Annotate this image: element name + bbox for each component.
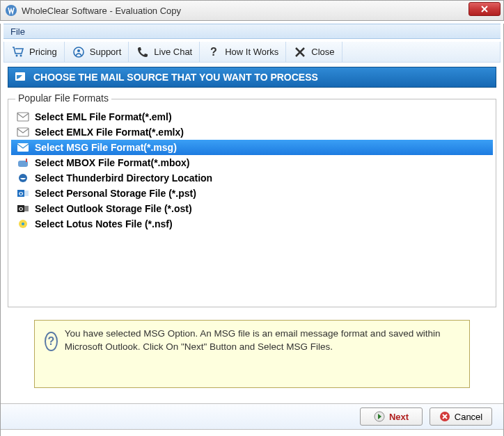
toolbar-support-button[interactable]: Support [65, 42, 129, 62]
toolbar: Pricing Support Live Chat ? How It Works… [3, 42, 501, 63]
format-row-emlx[interactable]: Select EMLX File Format(*.emlx) [11, 124, 493, 140]
format-label: Select Lotus Notes File (*.nsf) [35, 218, 173, 229]
menubar: File [3, 24, 501, 39]
outlook-dark-icon: O [17, 203, 29, 214]
toolbar-livechat-button[interactable]: Live Chat [129, 42, 200, 62]
format-row-pst[interactable]: O Select Personal Storage File (*.pst) [11, 186, 493, 201]
close-icon [293, 45, 307, 59]
thunderbird-icon [17, 172, 29, 184]
window-body: File Pricing Support Live Chat ? How It [0, 24, 504, 436]
toolbar-label: Pricing [29, 47, 57, 57]
button-label: Cancel [455, 412, 482, 422]
toolbar-label: Close [311, 47, 334, 57]
format-row-ost[interactable]: O Select Outlook Storage File (*.ost) [11, 201, 493, 216]
mail-icon [14, 71, 26, 83]
format-label: Select MSG File Format(*.msg) [35, 142, 177, 153]
headset-icon [72, 45, 86, 59]
toolbar-close-button[interactable]: Close [286, 42, 342, 62]
section-banner: CHOOSE THE MAIL SOURCE THAT YOU WANT TO … [8, 67, 496, 88]
group-legend: Popular File Formats [15, 92, 111, 104]
envelope-icon [17, 111, 29, 122]
format-row-mbox[interactable]: Select MBOX File Format(*.mbox) [11, 155, 493, 170]
footer-bar: Next Cancel [1, 403, 503, 430]
format-row-msg[interactable]: Select MSG File Format(*.msg) [11, 140, 493, 155]
phone-icon [136, 45, 150, 59]
svg-rect-11 [26, 159, 27, 162]
next-button[interactable]: Next [360, 407, 423, 426]
envelope-icon [17, 127, 29, 138]
window-titlebar: WholeClear Software - Evaluation Copy [0, 0, 504, 21]
format-row-eml[interactable]: Select EML File Format(*.eml) [11, 109, 493, 124]
format-row-thunderbird[interactable]: Select Thunderbird Directory Location [11, 170, 493, 186]
svg-point-4 [77, 49, 80, 52]
envelope-selected-icon [17, 142, 29, 153]
banner-text: CHOOSE THE MAIL SOURCE THAT YOU WANT TO … [33, 72, 318, 83]
toolbar-howitworks-button[interactable]: ? How It Works [200, 42, 286, 62]
info-text: You have selected MSG Option. An MSG fil… [65, 328, 459, 354]
svg-text:?: ? [210, 46, 217, 58]
format-row-nsf[interactable]: Select Lotus Notes File (*.nsf) [11, 216, 493, 232]
lotus-icon [17, 218, 29, 229]
svg-point-1 [16, 54, 18, 56]
svg-rect-15 [24, 191, 29, 196]
content-area: CHOOSE THE MAIL SOURCE THAT YOU WANT TO … [8, 67, 496, 388]
svg-rect-9 [17, 143, 29, 152]
svg-text:O: O [19, 206, 23, 212]
format-label: Select MBOX File Format(*.mbox) [35, 157, 189, 168]
format-label: Select EMLX File Format(*.emlx) [35, 127, 184, 138]
svg-text:O: O [19, 191, 23, 197]
format-list: Select EML File Format(*.eml) Select EML… [11, 109, 493, 232]
cancel-button[interactable]: Cancel [430, 407, 492, 426]
svg-point-20 [22, 223, 24, 225]
toolbar-pricing-button[interactable]: Pricing [4, 42, 65, 62]
mailbox-icon [17, 157, 29, 168]
button-label: Next [389, 412, 409, 422]
format-label: Select Personal Storage File (*.pst) [35, 188, 196, 199]
cart-icon [11, 45, 25, 59]
info-icon: ? [45, 332, 58, 351]
window-close-button[interactable] [468, 2, 501, 16]
format-label: Select Thunderbird Directory Location [35, 172, 212, 184]
toolbar-label: How It Works [225, 47, 278, 57]
toolbar-label: Live Chat [154, 47, 192, 57]
app-icon [5, 4, 17, 17]
svg-rect-8 [17, 128, 29, 136]
format-label: Select EML File Format(*.eml) [35, 111, 172, 122]
outlook-icon: O [17, 188, 29, 199]
svg-rect-7 [17, 113, 29, 121]
format-label: Select Outlook Storage File (*.ost) [35, 203, 192, 214]
info-panel: ? You have selected MSG Option. An MSG f… [34, 320, 470, 388]
question-icon: ? [207, 45, 221, 59]
next-icon [374, 411, 385, 422]
cancel-icon [439, 411, 450, 422]
svg-rect-18 [24, 206, 29, 211]
menu-file[interactable]: File [3, 25, 32, 38]
formats-group: Popular File Formats Select EML File For… [8, 99, 496, 307]
window-title: WholeClear Software - Evaluation Copy [22, 6, 181, 16]
toolbar-label: Support [90, 47, 122, 57]
svg-point-2 [20, 54, 22, 56]
